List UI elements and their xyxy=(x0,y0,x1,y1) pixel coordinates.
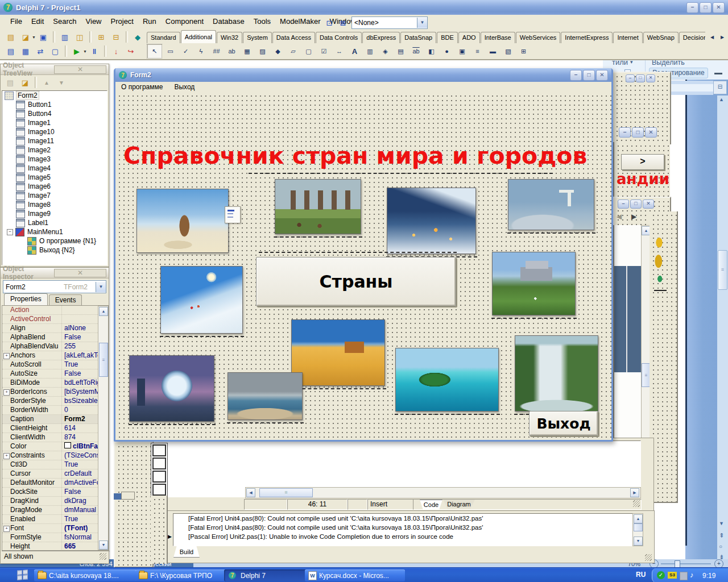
xpcolormap-component-icon[interactable]: ▧ xyxy=(501,44,515,58)
minimize-button[interactable]: – xyxy=(618,199,629,209)
image-desert[interactable] xyxy=(291,319,385,386)
tab-interbase[interactable]: InterBase xyxy=(481,32,515,43)
tab-code[interactable]: Code xyxy=(420,500,442,509)
scroll-down-icon[interactable]: ▼ xyxy=(99,541,108,550)
taskbar-folder2-button[interactable]: F:\ \Курсовая ТРПО xyxy=(135,569,226,581)
close-button[interactable]: ✕ xyxy=(645,127,657,138)
new-item-icon[interactable]: ▤ xyxy=(3,76,18,89)
bitbtn-component-icon[interactable]: ✓ xyxy=(179,44,193,58)
valuelisteditor-component-icon[interactable]: ▤ xyxy=(394,44,408,58)
property-name[interactable]: ClientHeight xyxy=(2,424,61,433)
colorbox-component-icon[interactable]: ◧ xyxy=(424,44,439,58)
property-value[interactable]: dmManual xyxy=(61,506,98,514)
property-name[interactable]: ClientWidth xyxy=(2,433,61,442)
close-icon[interactable]: ✕ xyxy=(54,65,106,74)
actionmainmenubar-component-icon[interactable]: ≡ xyxy=(470,44,485,58)
save-icon[interactable]: ▣ xyxy=(36,30,51,44)
tree-item-image3[interactable]: Image3 xyxy=(28,155,51,163)
property-name[interactable]: Height xyxy=(2,542,61,551)
property-value[interactable]: True xyxy=(61,360,98,369)
open-icon[interactable]: ◪ xyxy=(18,30,33,44)
error-message[interactable]: [Pascal Error] Unit2.pas(1): Unable to i… xyxy=(173,532,633,541)
stringgrid-component-icon[interactable]: ab xyxy=(225,44,239,58)
collapse-icon[interactable]: − xyxy=(7,229,13,235)
property-value[interactable]: False xyxy=(61,333,98,342)
property-grid[interactable]: Action ActiveControl AlignalNone AlphaBl… xyxy=(2,305,109,551)
chart-component-icon[interactable]: ● xyxy=(440,44,454,58)
tab-data-access[interactable]: Data Access xyxy=(272,32,315,43)
controlbar-component-icon[interactable]: ▥ xyxy=(363,44,377,58)
bevel-component-icon[interactable]: ▱ xyxy=(286,44,300,58)
close-icon[interactable]: ✕ xyxy=(54,269,106,277)
property-name[interactable]: AutoScroll xyxy=(2,360,61,369)
scroll-thumb[interactable]: ≡ xyxy=(718,250,727,290)
delete-item-icon[interactable]: ◪ xyxy=(18,76,32,89)
property-value[interactable]: False xyxy=(61,369,98,378)
property-value[interactable]: Form2 xyxy=(61,415,98,423)
save-all-icon[interactable]: ▥ xyxy=(57,30,72,44)
new-form-icon[interactable]: ▢ xyxy=(48,44,63,58)
step-over-icon[interactable]: ↪ xyxy=(123,44,138,58)
resize-grip[interactable] xyxy=(100,553,106,560)
error-message[interactable]: [Fatal Error] Unit4.pas(80): Could not c… xyxy=(173,523,633,532)
remove-file-from-project-icon[interactable]: ⊟ xyxy=(109,30,123,44)
labelededit-component-icon[interactable]: ab xyxy=(409,44,423,58)
minimize-button[interactable]: – xyxy=(686,2,698,13)
desktop-layout-combo[interactable]: <None> ▼ xyxy=(351,16,428,29)
property-value[interactable]: 874 xyxy=(61,433,98,442)
expand-icon[interactable]: + xyxy=(3,353,10,359)
tab-websnap[interactable]: WebSnap xyxy=(643,32,679,43)
tray-device-icon[interactable] xyxy=(680,572,688,580)
tree-item-form2[interactable]: Form2 xyxy=(16,92,39,99)
actiontoolbar-component-icon[interactable]: ▬ xyxy=(486,44,500,58)
view-form-icon[interactable]: ▦ xyxy=(18,44,33,58)
new-items-icon[interactable]: ▤ xyxy=(3,30,18,44)
code-editor-area[interactable] xyxy=(149,440,641,489)
nav-next-icon[interactable]: ▶ xyxy=(631,213,636,221)
property-name[interactable]: BorderIcons xyxy=(10,388,47,396)
select-browse-object-icon[interactable]: ○ xyxy=(719,543,722,550)
maximize-button[interactable]: □ xyxy=(636,74,645,82)
maximize-button[interactable]: □ xyxy=(630,199,642,209)
error-message[interactable]: [Fatal Error] Unit4.pas(80): Could not c… xyxy=(173,514,633,523)
taskbar-delphi-button[interactable]: 7Delphi 7 xyxy=(224,569,307,581)
property-name[interactable]: Enabled xyxy=(2,515,61,523)
menu-component[interactable]: Component xyxy=(161,15,208,28)
tree-item-menu-about[interactable]: О программе {N1} xyxy=(39,237,96,245)
image-tropical-island[interactable] xyxy=(395,348,499,411)
run-icon[interactable]: ▶ xyxy=(69,44,84,58)
tree-item-image2[interactable]: Image2 xyxy=(28,146,51,154)
property-name[interactable]: DockSite xyxy=(2,488,61,496)
add-file-to-project-icon[interactable]: ⊞ xyxy=(94,30,109,44)
image-ski-resort-night[interactable] xyxy=(387,188,476,254)
form-heading-label[interactable]: Справочник стран мира и городов xyxy=(123,142,587,169)
pointer-icon[interactable]: ↖ xyxy=(147,44,162,59)
maskedit-component-icon[interactable]: ## xyxy=(209,44,224,58)
menu-about[interactable]: О программе xyxy=(115,83,168,91)
speedbutton-component-icon[interactable]: ϟ xyxy=(194,44,208,58)
image-futuristic-hotel[interactable] xyxy=(129,355,214,422)
next-button[interactable]: > xyxy=(621,154,664,170)
object-selector-combo[interactable]: Form2 TForm2 ▼ xyxy=(3,280,106,293)
menu-edit[interactable]: Edit xyxy=(27,15,48,28)
background-window[interactable]: – □ ✕ – □ ✕ xyxy=(612,72,671,144)
tree-item-image5[interactable]: Image5 xyxy=(28,173,51,181)
image-rio-christ-statue[interactable] xyxy=(508,179,594,230)
property-name[interactable]: FormStyle xyxy=(2,533,61,542)
property-value[interactable]: 614 xyxy=(61,424,98,433)
desktop-save-icon[interactable]: ⊡ xyxy=(322,16,337,30)
menu-project[interactable]: Project xyxy=(106,15,138,28)
tree-item-image1[interactable]: Image1 xyxy=(28,119,51,127)
property-value[interactable]: True xyxy=(61,515,98,523)
property-value[interactable]: True xyxy=(61,460,98,469)
scroll-left-icon[interactable]: ◀ xyxy=(246,488,255,497)
drawgrid-component-icon[interactable]: ▦ xyxy=(240,44,254,58)
property-value[interactable]: clBtnFace xyxy=(73,442,98,450)
property-value[interactable]: False xyxy=(61,488,98,496)
ruler-toggle-button[interactable]: ⊟ xyxy=(713,81,727,94)
property-value[interactable]: 255 xyxy=(61,342,98,351)
property-value[interactable]: crDefault xyxy=(61,469,98,478)
tab-build[interactable]: Build xyxy=(173,546,200,558)
menu-file[interactable]: File xyxy=(6,15,27,28)
applicationevents-component-icon[interactable]: ◈ xyxy=(378,44,392,58)
